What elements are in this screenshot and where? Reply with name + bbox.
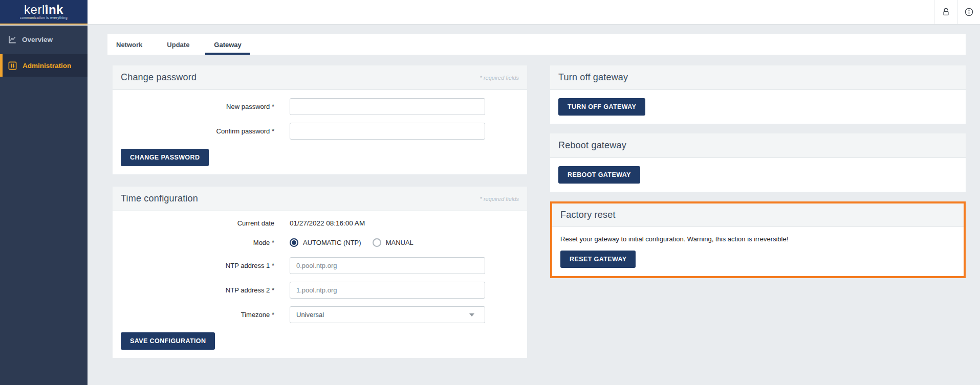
form-row: Confirm password *	[121, 123, 519, 140]
mode-label: Mode *	[121, 239, 274, 246]
card-title: Time configuration	[121, 193, 198, 204]
required-fields-note: * required fields	[480, 196, 519, 202]
mode-manual-radio[interactable]: MANUAL	[373, 238, 413, 247]
sidebar: Overview Administration	[0, 26, 88, 385]
sidebar-item-label: Administration	[23, 62, 71, 70]
mode-automatic-label: AUTOMATIC (NTP)	[303, 239, 361, 246]
reboot-gateway-card: Reboot gateway REBOOT GATEWAY	[550, 133, 966, 192]
kerlink-logo: kerlı✱nk communication is everything	[0, 0, 88, 25]
form-row: New password *	[121, 98, 519, 115]
ntp1-label: NTP address 1 *	[121, 262, 274, 269]
timezone-select[interactable]: Universal	[290, 306, 485, 323]
unlock-button[interactable]	[934, 0, 957, 24]
tab-bar: Network Update Gateway	[107, 34, 966, 55]
sidebar-item-overview[interactable]: Overview	[0, 30, 88, 49]
ntp2-row: NTP address 2 *	[121, 282, 519, 299]
new-password-input[interactable]	[290, 98, 485, 115]
sidebar-item-label: Overview	[22, 36, 53, 43]
current-date-value: 01/27/2022 08:16:00 AM	[290, 219, 365, 227]
factory-reset-description: Reset your gateway to initial configurat…	[560, 235, 955, 243]
mode-radio-group: AUTOMATIC (NTP) MANUAL	[290, 238, 425, 247]
ntp2-input[interactable]	[290, 282, 485, 299]
mode-row: Mode * AUTOMATIC (NTP) MANUAL	[121, 238, 519, 247]
current-date-label: Current date	[121, 219, 274, 227]
admin-sliders-icon	[8, 61, 17, 71]
factory-reset-header: Factory reset	[552, 203, 964, 227]
change-password-button[interactable]: CHANGE PASSWORD	[121, 149, 209, 166]
gear-dot-icon: ✱	[45, 1, 48, 12]
new-password-label: New password *	[121, 103, 274, 110]
right-column: Turn off gateway TURN OFF GATEWAY Reboot…	[550, 65, 966, 370]
sidebar-item-administration[interactable]: Administration	[0, 54, 88, 77]
logo-text: kerlı✱nk	[24, 4, 63, 15]
mode-manual-label: MANUAL	[386, 239, 413, 246]
turn-off-gateway-button[interactable]: TURN OFF GATEWAY	[558, 98, 645, 116]
logo-ker: kerl	[24, 3, 45, 16]
mode-automatic-radio[interactable]: AUTOMATIC (NTP)	[290, 238, 361, 247]
card-columns: Change password * required fields New pa…	[107, 65, 966, 370]
ntp2-label: NTP address 2 *	[121, 286, 274, 294]
save-configuration-button[interactable]: SAVE CONFIGURATION	[121, 332, 215, 350]
reboot-gateway-body: REBOOT GATEWAY	[550, 158, 966, 192]
left-column: Change password * required fields New pa…	[113, 65, 527, 370]
card-title: Factory reset	[560, 210, 616, 220]
info-button[interactable]	[957, 0, 980, 24]
line-chart-icon	[8, 35, 17, 44]
top-header: kerlı✱nk communication is everything	[0, 0, 980, 25]
info-icon	[964, 7, 974, 17]
lock-open-icon	[941, 7, 951, 17]
card-title: Turn off gateway	[558, 72, 628, 83]
required-fields-note: * required fields	[480, 75, 519, 81]
timezone-value: Universal	[296, 311, 324, 319]
current-date-row: Current date 01/27/2022 08:16:00 AM	[121, 219, 519, 227]
turn-off-gateway-body: TURN OFF GATEWAY	[550, 90, 966, 124]
card-title: Reboot gateway	[558, 140, 626, 151]
logo-link: nk	[49, 3, 63, 16]
reset-gateway-button[interactable]: RESET GATEWAY	[560, 251, 636, 268]
chevron-down-icon	[469, 313, 474, 316]
logo-i: ı✱	[45, 3, 49, 16]
change-password-header: Change password * required fields	[113, 65, 527, 90]
timezone-row: Timezone * Universal	[121, 306, 519, 323]
tab-update[interactable]: Update	[158, 34, 198, 55]
header-actions	[934, 0, 980, 24]
factory-reset-card: Factory reset Reset your gateway to init…	[550, 201, 966, 278]
reboot-gateway-header: Reboot gateway	[550, 133, 966, 158]
tab-network[interactable]: Network	[107, 34, 151, 55]
radio-unselected-icon	[373, 238, 381, 247]
turn-off-gateway-header: Turn off gateway	[550, 65, 966, 90]
timezone-label: Timezone *	[121, 311, 274, 319]
button-row: CHANGE PASSWORD	[121, 149, 519, 166]
ntp1-row: NTP address 1 *	[121, 257, 519, 274]
main-content: Network Update Gateway Change password *…	[88, 25, 980, 385]
logo-tagline: communication is everything	[20, 16, 68, 19]
reboot-gateway-button[interactable]: REBOOT GATEWAY	[558, 166, 640, 184]
time-configuration-body: Current date 01/27/2022 08:16:00 AM Mode…	[113, 211, 527, 358]
factory-reset-body: Reset your gateway to initial configurat…	[552, 227, 964, 276]
confirm-password-label: Confirm password *	[121, 127, 274, 135]
card-title: Change password	[121, 72, 197, 83]
time-configuration-card: Time configuration * required fields Cur…	[113, 187, 527, 358]
button-row: SAVE CONFIGURATION	[121, 332, 519, 350]
confirm-password-input[interactable]	[290, 123, 485, 140]
turn-off-gateway-card: Turn off gateway TURN OFF GATEWAY	[550, 65, 966, 124]
time-configuration-header: Time configuration * required fields	[113, 187, 527, 211]
radio-selected-icon	[290, 238, 298, 247]
change-password-card: Change password * required fields New pa…	[113, 65, 527, 174]
change-password-body: New password * Confirm password * CHANGE…	[113, 90, 527, 174]
ntp1-input[interactable]	[290, 257, 485, 274]
tab-gateway[interactable]: Gateway	[205, 34, 250, 55]
